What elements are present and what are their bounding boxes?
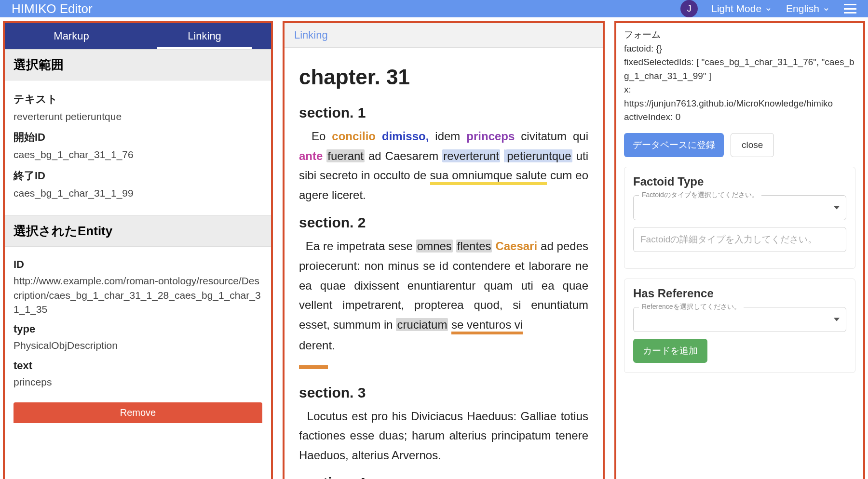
debug-json: フォーム factoid: {} fixedSelectedIds: [ "ca… <box>624 28 855 124</box>
token-princeps[interactable]: princeps <box>466 130 515 143</box>
hamburger-icon[interactable] <box>844 4 856 13</box>
reference-select-legend: Referenceを選択してください。 <box>639 303 744 311</box>
end-id-value: caes_bg_1_char_31_1_99 <box>14 186 262 200</box>
token-ante[interactable]: ante <box>299 149 323 162</box>
left-tabs: Markup Linking <box>5 23 271 49</box>
topbar: HIMIKO Editor J Light Mode English <box>0 0 868 17</box>
chevron-down-icon <box>764 3 773 14</box>
section-2-text-b[interactable]: derent. <box>299 336 588 375</box>
has-reference-card: Has Reference Referenceを選択してください。 カードを追加 <box>624 279 855 373</box>
selection-range-header: 選択範囲 <box>5 49 271 80</box>
section-3-text[interactable]: Locutus est pro his Diviciacus Haeduus: … <box>299 407 588 466</box>
token-petieruntque[interactable]: petieruntque <box>506 149 572 162</box>
entity-type-label: type <box>14 323 262 335</box>
token-se-venturos[interactable]: se venturos vi <box>451 318 523 334</box>
token-cruciatum[interactable]: cruciatum <box>396 318 448 331</box>
avatar[interactable]: J <box>680 0 698 17</box>
token-concilio[interactable]: concilio <box>332 130 376 143</box>
token-flentes[interactable]: flentes <box>456 240 492 253</box>
register-db-button[interactable]: データベースに登録 <box>624 133 724 157</box>
start-id-value: caes_bg_1_char_31_1_76 <box>14 147 262 161</box>
light-mode-label: Light Mode <box>711 3 761 14</box>
language-label: English <box>786 3 819 14</box>
has-reference-title: Has Reference <box>633 287 846 300</box>
section-1-text[interactable]: Eo concilio dimisso, idem princeps civit… <box>299 127 588 205</box>
factoid-detail-input[interactable] <box>633 227 846 252</box>
app-title: HIMIKO Editor <box>12 1 680 16</box>
entity-text-value: princeps <box>14 375 262 389</box>
text-label: テキスト <box>14 92 262 106</box>
section-4-title: section. 4 <box>299 470 588 479</box>
tab-linking[interactable]: Linking <box>138 23 271 49</box>
factoid-type-card: Factoid Type Factoidのタイプを選択してください。 <box>624 167 855 269</box>
token-caesari[interactable]: Caesari <box>495 240 537 253</box>
tab-markup[interactable]: Markup <box>5 23 138 49</box>
close-button[interactable]: close <box>731 133 774 157</box>
remove-button[interactable]: Remove <box>14 402 262 423</box>
text-value: reverterunt petieruntque <box>14 109 262 123</box>
text-field-panel: Linking chapter. 31 section. 1 Eo concil… <box>283 21 605 479</box>
mid-tab-linking[interactable]: Linking <box>285 23 603 48</box>
end-id-label: 終了ID <box>14 169 262 183</box>
token-omnes[interactable]: omnes <box>416 240 453 253</box>
information-field-panel: Markup Linking 選択範囲 テキスト reverterunt pet… <box>3 21 273 479</box>
entity-text-label: text <box>14 359 262 372</box>
entity-id-value: http://www.example.com/roman-ontology/re… <box>14 274 262 316</box>
underline-orange-icon <box>299 365 328 369</box>
add-card-button[interactable]: カードを追加 <box>633 339 707 363</box>
token-dimisso[interactable]: dimisso, <box>382 130 429 143</box>
chevron-down-icon <box>822 3 830 14</box>
factoid-select-legend: Factoidのタイプを選択してください。 <box>639 191 761 200</box>
entity-id-label: ID <box>14 258 262 271</box>
language-menu[interactable]: English <box>786 3 830 14</box>
selected-entity-header: 選択されたEntity <box>5 215 271 247</box>
section-3-title: section. 3 <box>299 380 588 405</box>
section-1-title: section. 1 <box>299 100 588 125</box>
linking-field-panel: フォーム factoid: {} fixedSelectedIds: [ "ca… <box>614 21 865 479</box>
entity-type-value: PhysicalObjDescription <box>14 338 262 352</box>
token-sua-omniumque-salute[interactable]: sua omniumque salute <box>430 169 547 185</box>
factoid-type-title: Factoid Type <box>633 175 846 188</box>
section-2-text[interactable]: Ea re impetrata sese omnes flentes Caesa… <box>299 237 588 335</box>
light-mode-menu[interactable]: Light Mode <box>711 3 773 14</box>
start-id-label: 開始ID <box>14 130 262 145</box>
token-reverterunt[interactable]: reverterunt <box>442 149 500 162</box>
section-2-title: section. 2 <box>299 210 588 235</box>
chapter-title: chapter. 31 <box>299 59 588 95</box>
token-fuerant[interactable]: fuerant <box>326 149 365 162</box>
document-body[interactable]: chapter. 31 section. 1 Eo concilio dimis… <box>285 48 603 479</box>
